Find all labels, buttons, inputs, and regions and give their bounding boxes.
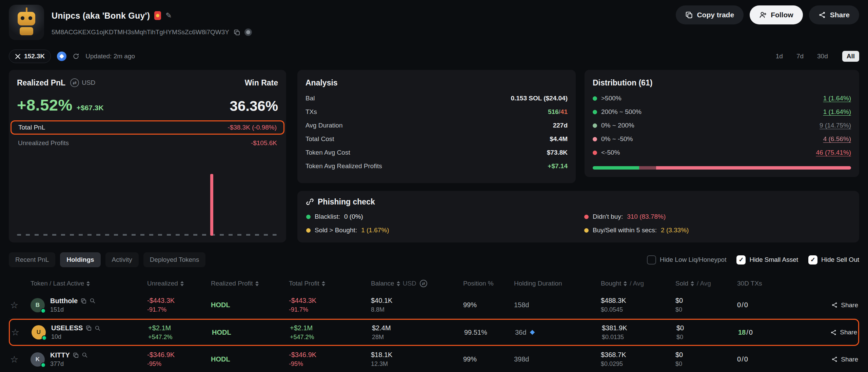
table-row-kitty[interactable]: ☆ K KITTY 377d -$346.9K-95% HODL -$346.9… (9, 346, 859, 372)
tab-holdings[interactable]: Holdings (60, 252, 100, 267)
person-add-icon (759, 11, 767, 19)
star-icon[interactable]: ☆ (10, 327, 19, 337)
col-realized-profit[interactable]: Realized Profit (211, 280, 289, 287)
filter-hide-small-asset[interactable]: ✓ Hide Small Asset (736, 255, 798, 265)
sort-icon[interactable] (322, 281, 325, 286)
copy-trade-button[interactable]: Copy trade (676, 5, 744, 24)
cell-balance: $18.1K12.3M (371, 351, 463, 368)
sort-icon[interactable] (397, 281, 400, 286)
search-icon[interactable] (95, 325, 101, 331)
meta-row: 152.3K Updated: 2m ago 1d 7d 30d All (9, 50, 859, 63)
token-last-active: 377d (50, 360, 88, 368)
col-total-profit[interactable]: Total Profit (289, 280, 371, 287)
col-30d-txs: 30D TXs (737, 280, 795, 287)
updated-text: Updated: 2m ago (85, 53, 135, 60)
followers-count: 152.3K (24, 53, 45, 60)
col-holding-duration: Holding Duration (514, 280, 601, 287)
explorer-icon[interactable] (244, 28, 252, 36)
follow-button[interactable]: Follow (750, 5, 803, 24)
unrealized-profits-value: -$105.6K (251, 139, 277, 147)
col-unrealized[interactable]: Unrealized (147, 280, 211, 287)
cell-unrealized: -$346.9K-95% (147, 351, 211, 368)
chain-badge-icon (42, 335, 47, 340)
token-name[interactable]: KITTY (50, 351, 70, 359)
follow-label: Follow (771, 11, 793, 19)
search-icon[interactable] (82, 352, 88, 358)
time-filter-1d[interactable]: 1d (776, 53, 783, 60)
time-filter-7d[interactable]: 7d (796, 53, 804, 60)
tab-activity[interactable]: Activity (105, 252, 139, 267)
distribution-row: 0% ~ 200% 9 (14.75%) (593, 119, 851, 132)
share-label: Share (830, 11, 850, 19)
star-icon[interactable]: ☆ (9, 354, 18, 365)
refresh-icon[interactable] (73, 53, 79, 60)
cell-realized-profit: HODL (211, 301, 289, 309)
filter-hide-low-liq[interactable]: ✓ Hide Low Liq/Honeypot (647, 255, 726, 265)
check-icon: ✓ (810, 257, 815, 263)
cell-position: 99% (463, 355, 514, 363)
distribution-bar (593, 166, 851, 170)
verified-badge-icon[interactable] (57, 52, 66, 61)
col-bought[interactable]: Bought/ Avg (601, 280, 675, 287)
table-row-butthole[interactable]: ☆ B Butthole 151d -$443.3K-91.7% HODL -$… (9, 292, 859, 319)
token-name[interactable]: USELESS (51, 324, 83, 332)
col-sold[interactable]: Sold/ Avg (675, 280, 737, 287)
cell-30d-txs: 18/0 (738, 329, 796, 336)
row-share-button[interactable]: Share (796, 329, 858, 336)
col-balance[interactable]: BalanceUSD⇄ (371, 280, 463, 287)
star-icon[interactable]: ☆ (9, 300, 18, 310)
tabs-row: Recent PnL Holdings Activity Deployed To… (9, 252, 859, 267)
cell-sold: $0$0 (675, 297, 737, 313)
analysis-row: Avg Duration 227d (305, 119, 568, 132)
cell-bought: $488.3K$0.0545 (601, 297, 675, 313)
wallet-address: 5M8ACGKEXG1ojKDTMH3sMqhTihTgHYMSsZc6W8i7… (52, 28, 229, 36)
checkbox[interactable]: ✓ (808, 255, 817, 265)
copy-icon[interactable] (86, 325, 92, 331)
cell-30d-txs: 0/0 (737, 355, 795, 363)
share-icon (818, 11, 826, 19)
currency-swap-icon[interactable]: ⇄ (70, 78, 79, 87)
sort-icon[interactable] (691, 281, 694, 286)
row-share-button[interactable]: Share (795, 356, 859, 363)
win-rate-value: 36.36% (230, 98, 278, 114)
tab-recent-pnl[interactable]: Recent PnL (9, 252, 55, 267)
cell-sold: $0$0 (675, 351, 737, 368)
currency-label: USD (82, 79, 95, 86)
copy-icon[interactable] (81, 298, 86, 304)
avatar (9, 5, 44, 40)
time-filter-all[interactable]: All (842, 51, 859, 62)
sort-icon[interactable] (624, 281, 627, 286)
realized-pnl-card: Realized PnL ⇄ USD Win Rate +8.52% +$67.… (9, 70, 286, 242)
distribution-dot (593, 137, 597, 141)
table-row-useless[interactable]: ☆ U USELESS 10d +$2.1M+547.2% HODL +$2.1… (9, 319, 859, 346)
col-token[interactable]: Token / Last Active (31, 280, 147, 287)
page-title: Unipcs (aka 'Bonk Guy') (52, 11, 150, 21)
row-share-button[interactable]: Share (795, 301, 859, 309)
holdings-table: ☆ B Butthole 151d -$443.3K-91.7% HODL -$… (9, 292, 859, 372)
sort-icon[interactable] (180, 281, 184, 286)
sort-icon[interactable] (255, 281, 259, 286)
cell-total-profit: -$443.3K-91.7% (289, 297, 371, 313)
edit-icon[interactable]: ✎ (165, 11, 172, 20)
time-filter-30d[interactable]: 30d (817, 53, 828, 60)
sort-icon[interactable] (86, 281, 90, 286)
tab-deployed-tokens[interactable]: Deployed Tokens (143, 252, 205, 267)
analysis-row: Token Avg Cost $73.8K (305, 146, 568, 159)
checkbox[interactable]: ✓ (736, 255, 746, 265)
share-button[interactable]: Share (809, 5, 859, 24)
cell-holding-duration: 158d (514, 301, 601, 309)
usd-toggle-icon[interactable]: ⇄ (420, 280, 427, 287)
x-followers-badge[interactable]: 152.3K (9, 50, 51, 63)
search-icon[interactable] (90, 298, 96, 304)
status-dot (306, 215, 311, 219)
copy-address-icon[interactable] (234, 29, 240, 36)
token-name[interactable]: Butthole (50, 297, 78, 305)
status-dot (584, 228, 589, 233)
cell-position: 99% (463, 301, 514, 309)
checkbox[interactable]: ✓ (647, 255, 656, 265)
cell-realized-profit: HODL (211, 355, 289, 363)
copy-icon[interactable] (73, 352, 79, 358)
analysis-card: Analysis Bal 0.153 SOL ($24.04) TXs 516/… (297, 70, 576, 183)
filter-hide-sell-out[interactable]: ✓ Hide Sell Out (808, 255, 859, 265)
distribution-title: Distribution (61) (593, 78, 652, 87)
